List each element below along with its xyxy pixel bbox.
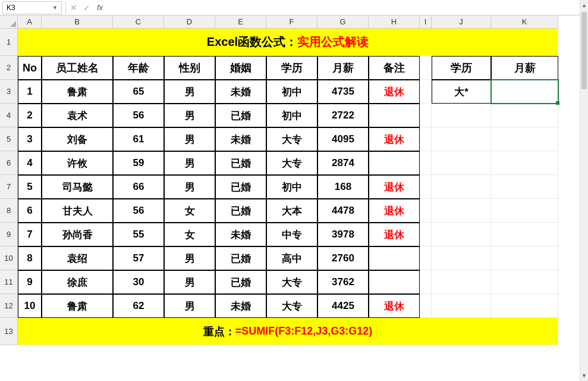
header-salary[interactable]: 月薪 xyxy=(317,56,369,80)
cell-salary-r12[interactable]: 4425 xyxy=(317,294,369,318)
cell-age-r7[interactable]: 66 xyxy=(113,175,164,199)
cell-marital-r9[interactable]: 未婚 xyxy=(215,223,266,246)
title-banner[interactable]: Excel函数公式：实用公式解读 xyxy=(18,29,558,56)
col-header-E[interactable]: E xyxy=(215,15,266,29)
header-age[interactable]: 年龄 xyxy=(113,56,164,80)
cell-salary-r6[interactable]: 2874 xyxy=(317,151,369,175)
row-header-10[interactable]: 10 xyxy=(0,246,18,270)
cell-j4[interactable] xyxy=(432,104,491,127)
col-header-K[interactable]: K xyxy=(491,15,558,29)
cell-gender-r12[interactable]: 男 xyxy=(164,294,215,318)
cell-j8[interactable] xyxy=(432,199,491,223)
cell-salary-r7[interactable]: 168 xyxy=(317,175,369,199)
col-header-B[interactable]: B xyxy=(42,15,113,29)
cell-name-r10[interactable]: 袁绍 xyxy=(42,246,113,270)
row-header-8[interactable]: 8 xyxy=(0,199,18,223)
col-header-F[interactable]: F xyxy=(266,15,317,29)
cell-i9[interactable] xyxy=(420,223,432,246)
cell-i10[interactable] xyxy=(420,246,432,270)
lookup-edu-cell[interactable]: 大* xyxy=(432,80,491,104)
header-remark[interactable]: 备注 xyxy=(369,56,420,80)
scroll-down-icon[interactable]: ▼ xyxy=(580,371,588,380)
cell-gender-r11[interactable]: 男 xyxy=(164,270,215,294)
cell-remark-r7[interactable]: 退休 xyxy=(369,175,420,199)
cell-remark-r4[interactable] xyxy=(369,104,420,127)
row-header-5[interactable]: 5 xyxy=(0,127,18,151)
cell-name-r9[interactable]: 孙尚香 xyxy=(42,223,113,246)
cell-no-r4[interactable]: 2 xyxy=(18,104,42,127)
cell-remark-r3[interactable]: 退休 xyxy=(369,80,420,104)
row-header-9[interactable]: 9 xyxy=(0,223,18,246)
cell-name-r8[interactable]: 甘夫人 xyxy=(42,199,113,223)
confirm-icon[interactable]: ✓ xyxy=(80,3,93,13)
header-gender[interactable]: 性别 xyxy=(164,56,215,80)
cell-no-r10[interactable]: 8 xyxy=(18,246,42,270)
cell-j12[interactable] xyxy=(432,294,491,318)
header-edu2[interactable]: 学历 xyxy=(432,56,491,80)
vertical-scrollbar[interactable]: ▲ ▼ xyxy=(580,0,588,381)
cell-remark-r12[interactable]: 退休 xyxy=(369,294,420,318)
cell-no-r7[interactable]: 5 xyxy=(18,175,42,199)
cell-k6[interactable] xyxy=(491,151,558,175)
name-box-dropdown-icon[interactable]: ▼ xyxy=(52,5,58,11)
cell-age-r6[interactable]: 59 xyxy=(113,151,164,175)
cell-j9[interactable] xyxy=(432,223,491,246)
formula-input[interactable] xyxy=(106,1,588,14)
cell-no-r9[interactable]: 7 xyxy=(18,223,42,246)
cell-gender-r5[interactable]: 男 xyxy=(164,127,215,151)
cell-remark-r10[interactable] xyxy=(369,246,420,270)
col-header-G[interactable]: G xyxy=(317,15,369,29)
cell-age-r5[interactable]: 61 xyxy=(113,127,164,151)
row-header-7[interactable]: 7 xyxy=(0,175,18,199)
cell-salary-r9[interactable]: 3978 xyxy=(317,223,369,246)
cell-gender-r8[interactable]: 女 xyxy=(164,199,215,223)
cell-marital-r12[interactable]: 未婚 xyxy=(215,294,266,318)
cell-remark-r5[interactable]: 退休 xyxy=(369,127,420,151)
cell-j6[interactable] xyxy=(432,151,491,175)
lookup-salary-cell[interactable] xyxy=(491,80,558,104)
cell-age-r10[interactable]: 57 xyxy=(113,246,164,270)
cell-gender-r7[interactable]: 男 xyxy=(164,175,215,199)
cell-salary-r11[interactable]: 3762 xyxy=(317,270,369,294)
cell-salary-r8[interactable]: 4478 xyxy=(317,199,369,223)
row-header-11[interactable]: 11 xyxy=(0,270,18,294)
col-header-I[interactable]: I xyxy=(420,15,432,29)
cell-gender-r3[interactable]: 男 xyxy=(164,80,215,104)
cell-gender-r6[interactable]: 男 xyxy=(164,151,215,175)
cell-marital-r3[interactable]: 未婚 xyxy=(215,80,266,104)
row-header-6[interactable]: 6 xyxy=(0,151,18,175)
cell-age-r12[interactable]: 62 xyxy=(113,294,164,318)
row-header-4[interactable]: 4 xyxy=(0,104,18,127)
cell-age-r9[interactable]: 55 xyxy=(113,223,164,246)
cell-name-r4[interactable]: 袁术 xyxy=(42,104,113,127)
cell-name-r12[interactable]: 鲁肃 xyxy=(42,294,113,318)
cell-j7[interactable] xyxy=(432,175,491,199)
scroll-up-icon[interactable]: ▲ xyxy=(580,1,588,10)
col-header-A[interactable]: A xyxy=(18,15,42,29)
cell-k4[interactable] xyxy=(491,104,558,127)
header-name[interactable]: 员工姓名 xyxy=(42,56,113,80)
cell-edu-r5[interactable]: 大专 xyxy=(266,127,317,151)
cell-name-r11[interactable]: 徐庶 xyxy=(42,270,113,294)
col-header-C[interactable]: C xyxy=(113,15,164,29)
cell-j10[interactable] xyxy=(432,246,491,270)
footer-formula[interactable]: 重点：=SUMIF(F3:F12,J3,G3:G12) xyxy=(18,318,558,345)
cell-k8[interactable] xyxy=(491,199,558,223)
cell-edu-r7[interactable]: 初中 xyxy=(266,175,317,199)
cell-i6[interactable] xyxy=(420,151,432,175)
cell-edu-r4[interactable]: 初中 xyxy=(266,104,317,127)
cell-i2[interactable] xyxy=(420,56,432,80)
cell-k7[interactable] xyxy=(491,175,558,199)
select-all-corner[interactable] xyxy=(0,15,18,29)
cell-edu-r11[interactable]: 大专 xyxy=(266,270,317,294)
cell-marital-r6[interactable]: 已婚 xyxy=(215,151,266,175)
cell-marital-r11[interactable]: 已婚 xyxy=(215,270,266,294)
col-header-H[interactable]: H xyxy=(369,15,420,29)
cell-i4[interactable] xyxy=(420,104,432,127)
name-box[interactable]: K3 ▼ xyxy=(2,1,62,14)
cell-age-r3[interactable]: 65 xyxy=(113,80,164,104)
cell-marital-r7[interactable]: 已婚 xyxy=(215,175,266,199)
cell-gender-r9[interactable]: 女 xyxy=(164,223,215,246)
cell-i11[interactable] xyxy=(420,270,432,294)
cell-gender-r10[interactable]: 男 xyxy=(164,246,215,270)
